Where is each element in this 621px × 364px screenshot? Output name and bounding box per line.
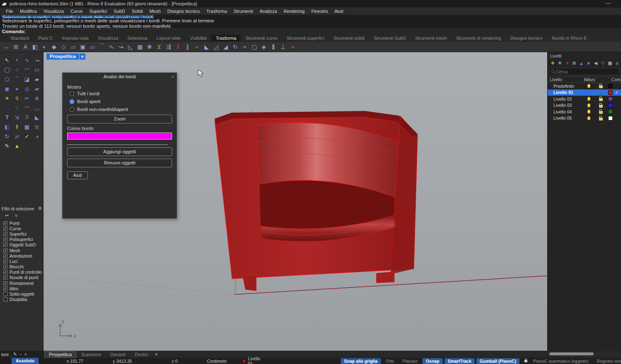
bulb-icon[interactable] — [587, 116, 590, 120]
duplicate-layer-icon[interactable]: ⊞ — [571, 60, 577, 66]
dialog-title-bar[interactable]: Analisi dei bordi × — [63, 73, 177, 80]
tab-disegno-tecnico[interactable]: Disegno tecnico — [505, 35, 547, 41]
lock-icon[interactable] — [599, 118, 603, 121]
menu-disegno-tecnico[interactable]: Disegno tecnico — [164, 8, 203, 14]
delete-layer-icon[interactable]: ✕ — [564, 60, 570, 66]
gumball-icon[interactable]: ⊥ — [278, 42, 288, 51]
layer-color-cell[interactable] — [606, 116, 615, 121]
symmetry-icon[interactable]: ∥ — [183, 42, 192, 51]
radio-bordi-aperti[interactable] — [70, 99, 74, 104]
fillet-curve-icon[interactable]: ⌒ — [12, 75, 22, 84]
layer-row-livello-03[interactable]: Livello 03 — [548, 102, 621, 109]
radio-tutti-i-bordi[interactable] — [70, 92, 74, 96]
surface-corner-icon[interactable]: ◪ — [22, 75, 32, 84]
menu-mesh[interactable]: Mesh — [146, 8, 164, 14]
tab-strumenti-solidi[interactable]: Strumenti solidi — [329, 35, 369, 41]
radio-row-tutti-i-bordi[interactable]: Tutti i bordi — [70, 91, 172, 96]
orient-small-icon[interactable]: ◣ — [32, 113, 42, 122]
bulb-icon[interactable] — [587, 104, 590, 107]
column-com[interactable]: Com — [609, 77, 621, 82]
filter-item-superfici[interactable]: Superfici — [0, 231, 44, 236]
twist-icon[interactable]: ∿ — [107, 42, 116, 51]
menu-rendering[interactable]: Rendering — [280, 8, 308, 14]
array-small-icon[interactable]: ⠿ — [22, 113, 32, 122]
menu-curve[interactable]: Curve — [67, 8, 86, 14]
scale-1d-icon[interactable]: ▱ — [68, 42, 78, 51]
filter-item-oggetti-subd[interactable]: Oggetti SubD — [0, 242, 44, 248]
toggle-registra-storia[interactable]: Registra storia — [594, 358, 621, 364]
cage-edit-icon[interactable]: ◈ — [259, 42, 269, 51]
rotate-3d-icon[interactable]: ◐ — [40, 42, 49, 51]
coordinate-mode-toggle[interactable]: Assoluto — [12, 358, 39, 364]
new-sublayer-icon[interactable]: ❖ — [557, 60, 563, 66]
tab-strumenti-curve[interactable]: Strumenti curve — [241, 35, 282, 41]
tab-seleziona[interactable]: Seleziona — [123, 35, 152, 41]
layer-row-predefinito[interactable]: Predefinito — [548, 83, 621, 89]
orient-3pt-icon[interactable]: ◿ — [211, 42, 221, 51]
tab-strumenti-subd[interactable]: Strumenti SubD — [369, 35, 411, 41]
mirror-icon[interactable]: ◧ — [30, 42, 40, 51]
layer-visibility-cell[interactable] — [582, 84, 596, 88]
checkbox-annotazioni[interactable] — [3, 254, 7, 258]
filter-funnel-icon[interactable]: ▽ — [600, 60, 606, 66]
layer-lock-cell[interactable] — [596, 96, 606, 101]
scale-2d-icon[interactable]: ◇ — [59, 42, 68, 51]
toggle-pianoc-automatico-oggetto[interactable]: PianoC automatico (oggetto) — [530, 358, 592, 364]
viewport-tab-prospettica[interactable]: Prospettica — [44, 351, 76, 358]
checkbox-mesh[interactable] — [3, 248, 7, 253]
checkbox-altro[interactable] — [3, 287, 7, 291]
sphere-icon[interactable]: ● — [12, 84, 22, 94]
block-icon[interactable]: ◧ — [2, 122, 12, 132]
copy-icon[interactable]: ⊞ — [11, 42, 21, 51]
layer-visibility-cell[interactable] — [582, 104, 596, 107]
perspective-viewport[interactable]: z x Prospettica ▼ Analisi dei bordi × Mo… — [44, 52, 547, 351]
layer-color-cell[interactable] — [606, 90, 615, 95]
select-arrow-icon[interactable]: ↖ — [2, 55, 12, 65]
close-icon[interactable]: × — [172, 73, 174, 80]
checkbox-punti-di-controllo[interactable] — [3, 270, 7, 274]
tab-piani-c[interactable]: Piani C — [34, 35, 57, 41]
checkbox-disabilita[interactable] — [3, 297, 7, 301]
layer-color-swatch[interactable] — [608, 90, 613, 95]
radio-row-bordi-non-manifold-aperti[interactable]: Bordi non-manifold\aperti — [70, 107, 172, 112]
menu-solidi[interactable]: Solidi — [129, 8, 146, 14]
shear-icon[interactable]: ▱ — [87, 42, 97, 51]
lock-icon[interactable] — [599, 111, 603, 114]
grid-view-icon[interactable]: ▦ — [607, 60, 613, 66]
filter-item-polisuperfici[interactable]: Polisuperfici — [0, 237, 44, 242]
tab-strumenti-mesh[interactable]: Strumenti mesh — [410, 35, 451, 41]
mirror-axis-icon[interactable]: ‖ — [173, 42, 183, 51]
filter-item-blocchi[interactable]: Blocchi — [0, 264, 44, 270]
edge-color-swatch[interactable] — [67, 133, 172, 140]
filter-item-luci[interactable]: Luci — [0, 258, 44, 264]
blend-curve-icon[interactable]: ◠ — [22, 103, 32, 113]
move-icon[interactable]: ↔ — [2, 42, 11, 51]
unit-label[interactable]: Centimetri — [207, 359, 227, 364]
menu-file[interactable]: File — [2, 8, 17, 14]
checkbox-luci[interactable] — [3, 259, 7, 263]
ellipse-icon[interactable]: ○ — [12, 65, 22, 75]
layer-color-swatch[interactable] — [608, 96, 613, 101]
filter-item-punti[interactable]: Punti — [0, 220, 44, 226]
orient-2pt-icon[interactable]: ◣ — [202, 42, 211, 51]
layer-lock-cell[interactable] — [596, 103, 606, 108]
add-objects-button[interactable]: Aggiungi oggetti — [67, 147, 172, 156]
cage-icon[interactable]: ▢ — [250, 42, 259, 51]
rectangle-icon[interactable]: ▭ — [32, 65, 42, 75]
panel-menu-icon[interactable]: ≡ — [614, 61, 620, 66]
layer-lock-cell[interactable] — [596, 84, 606, 88]
filter-item-altro[interactable]: Altro — [0, 286, 44, 291]
point-cloud-icon[interactable]: ∴ — [2, 103, 12, 113]
menu-aiuti[interactable]: Aiuti — [331, 8, 347, 14]
tab-visualizza[interactable]: Visualizza — [93, 35, 123, 41]
filter-item-punti-di-controllo[interactable]: Punti di controllo — [0, 270, 44, 275]
distribute-icon[interactable]: ⫴ — [12, 122, 22, 132]
tab-trasforma[interactable]: Trasforma — [211, 35, 241, 41]
bulb-icon[interactable] — [587, 110, 590, 113]
adjust-blend-icon[interactable]: ◡ — [32, 103, 42, 113]
menu-analizza[interactable]: Analizza — [257, 8, 281, 14]
layers-search-input[interactable]: Cerca — [549, 68, 619, 75]
exit-icon[interactable]: ➜ — [288, 42, 297, 51]
lock-icon[interactable] — [599, 105, 603, 108]
smooth-icon[interactable]: ≈ — [240, 42, 250, 51]
